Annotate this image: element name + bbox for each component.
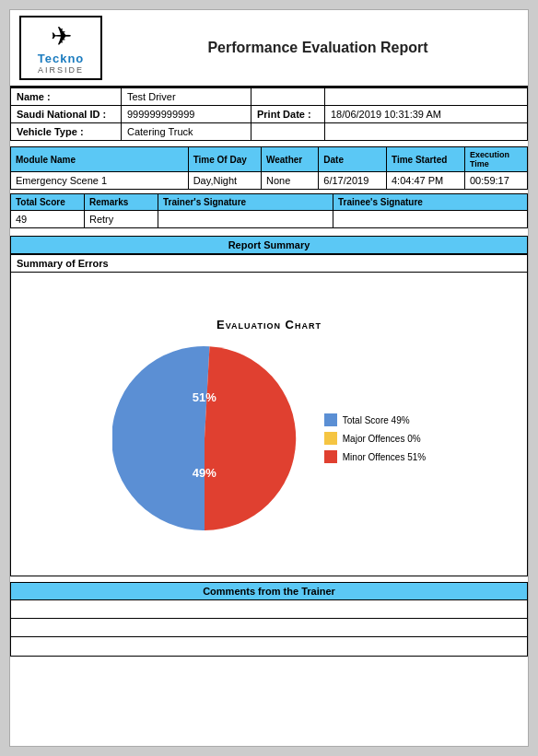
name-value: Test Driver (122, 88, 251, 106)
comment-line-3 (11, 637, 527, 656)
score-row: 49 Retry (11, 211, 528, 228)
total-score-value: 49 (11, 211, 85, 228)
total-score-header: Total Score (11, 194, 85, 211)
national-id-label: Saudi National ID : (11, 106, 122, 123)
remarks-value: Retry (85, 211, 158, 228)
report-title: Performance Evaluation Report (117, 40, 519, 56)
legend-label-minor: Minor Offences 51% (343, 452, 426, 462)
trainee-sig-header: Trainee's Signature (333, 194, 528, 211)
pie-label-49: 49% (193, 466, 216, 480)
vehicle-type-label: Vehicle Type : (11, 123, 122, 141)
print-date-value: 18/06/2019 10:31:39 AM (325, 106, 528, 123)
name-label: Name : (11, 88, 122, 106)
chart-area: Evaluation Chart 51% 49% (10, 273, 528, 576)
legend-color-yellow (324, 432, 337, 445)
remarks-header: Remarks (85, 194, 158, 211)
logo-brand: Teckno (38, 52, 85, 65)
legend-item-major: Major Offences 0% (324, 432, 426, 445)
legend-item-total: Total Score 49% (324, 413, 426, 426)
comment-lines (10, 600, 528, 657)
vehicle-type-value: Catering Truck (122, 123, 251, 141)
pie-label-51: 51% (193, 390, 216, 404)
execution-time-value: 00:59:17 (464, 172, 527, 190)
chart-content: 51% 49% Total Score 49% Major Offences 0… (112, 346, 426, 530)
time-started-header: Time Started (386, 147, 464, 172)
logo-subtitle: AIRSIDE (38, 65, 84, 75)
trainer-sig-value (158, 211, 333, 228)
comment-line-2 (11, 619, 527, 637)
summary-errors-label: Summary of Errors (10, 254, 528, 273)
legend-label-total: Total Score 49% (343, 415, 410, 425)
score-table: Total Score Remarks Trainer's Signature … (10, 193, 528, 228)
trainee-sig-value (333, 211, 528, 228)
comments-bar: Comments from the Trainer (10, 582, 528, 600)
logo-box: ✈ Teckno AIRSIDE (19, 16, 102, 80)
info-table: Name : Test Driver Saudi National ID : 9… (10, 87, 528, 141)
national-id-value: 999999999999 (122, 106, 251, 123)
legend-color-red (324, 450, 337, 463)
module-name-header: Module Name (11, 147, 189, 172)
print-date-label: Print Date : (251, 106, 325, 123)
weather-header: Weather (261, 147, 318, 172)
legend-color-blue (324, 413, 337, 426)
time-of-day-header: Time Of Day (188, 147, 261, 172)
execution-time-header: Execution Time (464, 147, 527, 172)
module-name-value: Emergency Scene 1 (11, 172, 189, 190)
module-table: Module Name Time Of Day Weather Date Tim… (10, 146, 528, 190)
report-summary-bar: Report Summary (10, 236, 528, 254)
header: ✈ Teckno AIRSIDE Performance Evaluation … (10, 10, 528, 87)
comment-line-1 (11, 600, 527, 619)
page: ✈ Teckno AIRSIDE Performance Evaluation … (9, 9, 529, 747)
date-header: Date (319, 147, 387, 172)
module-row: Emergency Scene 1 Day,Night None 6/17/20… (11, 172, 528, 190)
time-started-value: 4:04:47 PM (386, 172, 464, 190)
weather-value: None (261, 172, 318, 190)
legend-item-minor: Minor Offences 51% (324, 450, 426, 463)
legend-label-major: Major Offences 0% (343, 434, 421, 444)
time-of-day-value: Day,Night (188, 172, 261, 190)
chart-title: Evaluation Chart (216, 318, 322, 331)
airplane-icon: ✈ (51, 21, 72, 52)
chart-legend: Total Score 49% Major Offences 0% Minor … (324, 413, 426, 463)
date-value: 6/17/2019 (319, 172, 387, 190)
pie-chart: 51% 49% (112, 346, 297, 530)
trainer-sig-header: Trainer's Signature (158, 194, 333, 211)
